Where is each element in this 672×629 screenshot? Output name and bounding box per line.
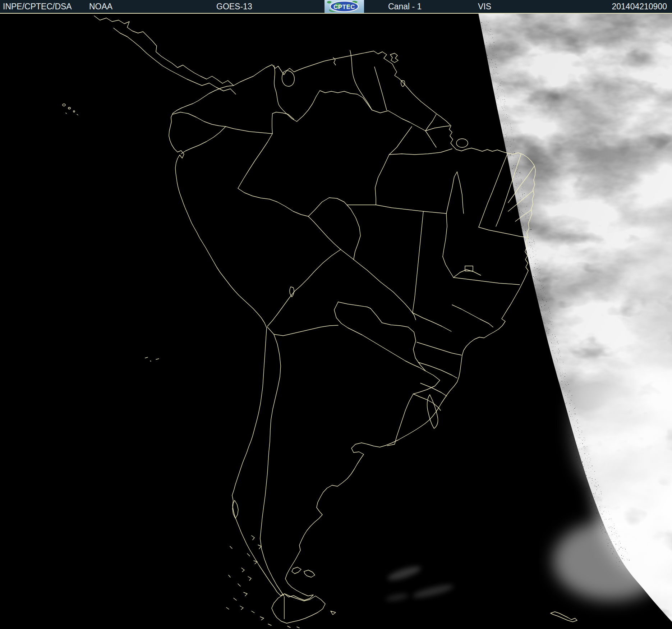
agency-label: NOAA [89,0,112,13]
cptec-logo-text: CPTEC [333,4,355,10]
band-label: VIS [478,0,491,13]
goes13-vis-scene [0,13,672,629]
cptec-logo-art: CPTEC [325,0,364,13]
header-separator-line [0,13,672,14]
satellite-image [0,13,672,629]
satellite-label: GOES-13 [216,0,252,13]
satellite-viewer: INPE/CPTEC/DSA NOAA GOES-13 CPTEC Canal … [0,0,672,629]
timestamp-label: 201404210900 [612,0,667,13]
channel-label: Canal - 1 [388,0,422,13]
cptec-logo-icon: CPTEC [325,0,364,13]
header-bar: INPE/CPTEC/DSA NOAA GOES-13 CPTEC Canal … [0,0,672,13]
data-source-label: INPE/CPTEC/DSA [3,0,72,13]
